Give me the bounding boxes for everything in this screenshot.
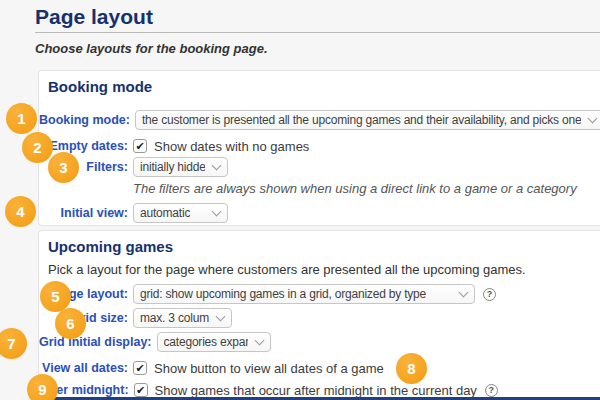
- booking-mode-label-col: Booking mode:: [39, 113, 130, 127]
- page-subtitle: Choose layouts for the booking page.: [35, 41, 600, 56]
- booking-mode-label: Booking mode:: [39, 113, 130, 127]
- help-icon[interactable]: ?: [483, 288, 496, 301]
- booking-mode-row: Booking mode: the customer is presented …: [39, 110, 600, 130]
- page-layout-select[interactable]: grid: show upcoming games in a grid, org…: [133, 284, 475, 304]
- step-badge-1: 1: [6, 103, 37, 134]
- initial-view-select[interactable]: automatic: [133, 203, 228, 223]
- empty-dates-text: Show dates with no games: [154, 139, 309, 154]
- step-badge-6: 6: [55, 308, 86, 339]
- page-layout-select-value: grid: show upcoming games in a grid, org…: [140, 287, 426, 301]
- step-badge-8: 8: [396, 353, 427, 384]
- empty-dates-row: Empty dates: ✔ Show dates with no games: [39, 138, 600, 154]
- page-header: Page layout Choose layouts for the booki…: [35, 5, 600, 56]
- upcoming-games-section-title: Upcoming games: [48, 237, 600, 257]
- empty-dates-label: Empty dates:: [50, 139, 129, 153]
- view-all-dates-label: View all dates:: [42, 361, 128, 375]
- filters-row: Filters: initially hidden: [39, 157, 600, 177]
- grid-size-select-value: max. 3 columns: [140, 311, 209, 325]
- chevron-down-icon: [212, 207, 222, 217]
- after-midnight-text: Show games that occur after midnight in …: [155, 383, 477, 398]
- filters-select-value: initially hidden: [140, 160, 205, 174]
- grid-size-select[interactable]: max. 3 columns: [133, 308, 232, 328]
- initial-view-label-col: Initial view:: [39, 206, 128, 220]
- grid-initial-display-select-value: categories expanded: [164, 335, 248, 349]
- step-badge-7: 7: [0, 328, 27, 359]
- after-midnight-checkbox[interactable]: ✔: [134, 383, 148, 397]
- step-badge-9: 9: [27, 374, 58, 400]
- view-all-dates-row: View all dates: ✔ Show button to view al…: [39, 360, 600, 376]
- page-layout-row: Page layout: grid: show upcoming games i…: [39, 284, 600, 304]
- initial-view-select-value: automatic: [140, 206, 190, 220]
- grid-size-row: Grid size: max. 3 columns: [39, 308, 600, 328]
- grid-initial-display-select[interactable]: categories expanded: [157, 332, 271, 352]
- grid-initial-display-label-col: Grid initial display:: [39, 335, 152, 349]
- page-title: Page layout: [35, 5, 600, 33]
- empty-dates-checkbox[interactable]: ✔: [133, 139, 147, 153]
- check-icon: ✔: [135, 363, 144, 374]
- filters-select[interactable]: initially hidden: [133, 157, 228, 177]
- filters-label: Filters:: [86, 160, 128, 174]
- grid-initial-display-label: Grid initial display:: [39, 335, 152, 349]
- check-icon: ✔: [135, 141, 144, 152]
- after-midnight-row: After midnight: ✔ Show games that occur …: [39, 382, 600, 398]
- upcoming-games-intro: Pick a layout for the page where custome…: [48, 263, 600, 277]
- initial-view-row: Initial view: automatic: [39, 203, 600, 223]
- view-all-dates-text: Show button to view all dates of a game: [154, 361, 384, 376]
- booking-mode-section: Booking mode Booking mode: the customer …: [38, 70, 600, 226]
- chevron-down-icon: [459, 288, 469, 298]
- step-badge-2: 2: [22, 132, 53, 163]
- initial-view-label: Initial view:: [61, 206, 128, 220]
- upcoming-games-section: Upcoming games Pick a layout for the pag…: [38, 230, 600, 400]
- check-icon: ✔: [136, 385, 145, 396]
- step-badge-3: 3: [48, 152, 79, 183]
- chevron-down-icon: [216, 312, 226, 322]
- filters-note: The filters are always shown when using …: [133, 181, 600, 197]
- help-icon[interactable]: ?: [485, 384, 498, 397]
- step-badge-4: 4: [5, 196, 36, 227]
- chevron-down-icon: [212, 161, 222, 171]
- booking-mode-select-value: the customer is presented all the upcomi…: [142, 113, 582, 127]
- booking-mode-section-title: Booking mode: [48, 77, 600, 97]
- booking-mode-select[interactable]: the customer is presented all the upcomi…: [135, 110, 600, 130]
- grid-initial-display-row: Grid initial display: categories expande…: [39, 332, 600, 352]
- chevron-down-icon: [254, 336, 264, 346]
- chevron-down-icon: [588, 114, 598, 124]
- view-all-dates-checkbox[interactable]: ✔: [133, 361, 147, 375]
- view-all-dates-label-col: View all dates:: [39, 361, 128, 375]
